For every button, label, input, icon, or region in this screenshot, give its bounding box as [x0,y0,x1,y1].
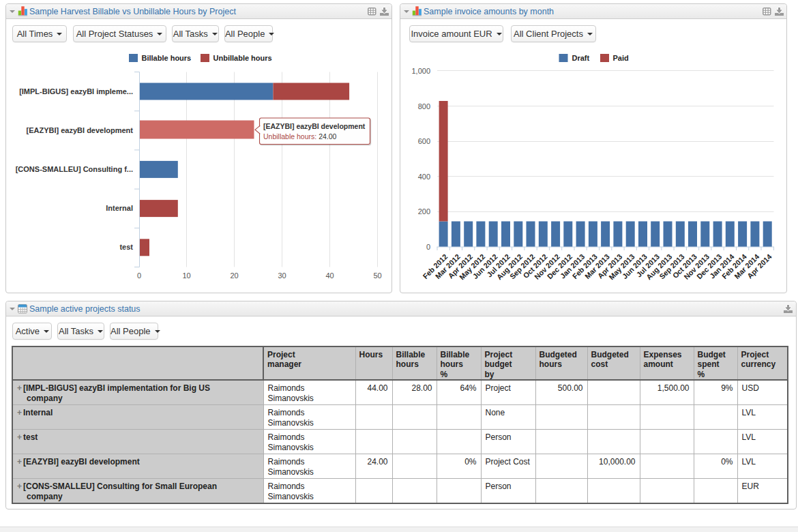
svg-text:50: 50 [373,271,381,280]
svg-text:600: 600 [418,137,430,145]
svg-text:800: 800 [418,102,430,110]
svg-text:[EAZYBI] eazyBI development: [EAZYBI] eazyBI development [27,126,134,134]
svg-text:[EAZYBI] eazyBI development: [EAZYBI] eazyBI development [263,122,366,130]
svg-text:[IMPL-BIGUS] eazyBI impleme...: [IMPL-BIGUS] eazyBI impleme... [19,87,133,95]
svg-text:10: 10 [182,271,190,280]
svg-text:1,000: 1,000 [411,67,430,75]
svg-text:400: 400 [418,173,430,181]
svg-text:[CONS-SMALLEU] Consulting f...: [CONS-SMALLEU] Consulting f... [16,165,133,173]
svg-text:30: 30 [278,271,286,280]
svg-text:Unbillable hours: 24.00: Unbillable hours: 24.00 [263,132,337,141]
svg-text:40: 40 [325,271,334,280]
svg-text:200: 200 [418,207,430,216]
svg-text:20: 20 [230,271,238,280]
svg-text:Internal: Internal [106,204,133,212]
svg-text:Unbillable hours: Unbillable hours [213,54,272,62]
svg-text:0: 0 [426,243,430,251]
svg-text:test: test [119,243,133,251]
svg-text:Paid: Paid [613,54,629,62]
svg-text:0: 0 [137,271,141,280]
svg-text:Draft: Draft [572,54,590,62]
svg-text:Billable hours: Billable hours [142,54,192,62]
